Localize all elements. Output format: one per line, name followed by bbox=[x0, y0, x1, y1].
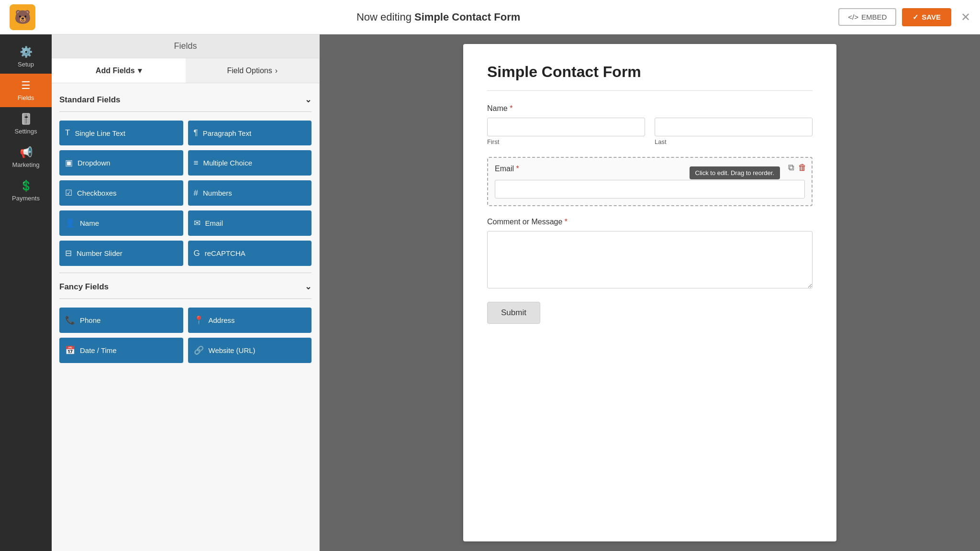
field-options-label: Field Options bbox=[227, 66, 272, 75]
field-btn-checkboxes[interactable]: ☑ Checkboxes bbox=[59, 180, 183, 206]
marketing-icon: 📢 bbox=[20, 146, 33, 159]
chevron-right-icon: › bbox=[275, 66, 278, 75]
main-layout: ⚙️ Setup ☰ Fields 🎚️ Settings 📢 Marketin… bbox=[0, 34, 980, 551]
fields-scroll[interactable]: Standard Fields ⌄ T Single Line Text ¶ P… bbox=[52, 83, 319, 551]
recaptcha-icon: G bbox=[194, 249, 200, 258]
email-field-wrapper[interactable]: Email * Click to edit. Drag to reorder. … bbox=[487, 157, 813, 206]
recaptcha-label: reCAPTCHA bbox=[205, 249, 245, 257]
single-line-label: Single Line Text bbox=[75, 129, 125, 137]
tab-field-options[interactable]: Field Options › bbox=[186, 58, 320, 83]
field-tooltip: Click to edit. Drag to reorder. bbox=[690, 166, 780, 179]
sidebar-item-payments[interactable]: 💲 Payments bbox=[0, 174, 52, 208]
name-field-label: Name * bbox=[487, 104, 813, 113]
sidebar-label-setup: Setup bbox=[18, 61, 34, 68]
form-title: Simple Contact Form bbox=[487, 63, 813, 81]
fancy-fields-grid: 📞 Phone 📍 Address 📅 Date / Time 🔗 Websit… bbox=[59, 308, 312, 363]
phone-label: Phone bbox=[80, 316, 100, 324]
form-field-email[interactable]: Email * Click to edit. Drag to reorder. … bbox=[487, 157, 813, 206]
first-name-input[interactable] bbox=[487, 118, 645, 136]
single-line-icon: T bbox=[65, 128, 70, 138]
delete-button[interactable]: 🗑 bbox=[798, 163, 807, 173]
settings-icon: 🎚️ bbox=[20, 113, 33, 125]
name-icon: 👤 bbox=[65, 218, 75, 228]
fancy-divider-bottom bbox=[59, 298, 312, 299]
fields-header-label: Fields bbox=[174, 41, 197, 51]
field-btn-phone[interactable]: 📞 Phone bbox=[59, 308, 183, 333]
sidebar-item-setup[interactable]: ⚙️ Setup bbox=[0, 40, 52, 74]
name-required-star: * bbox=[510, 104, 512, 112]
sidebar-item-fields[interactable]: ☰ Fields bbox=[0, 74, 52, 107]
standard-fields-grid: T Single Line Text ¶ Paragraph Text ▣ Dr… bbox=[59, 121, 312, 266]
form-field-message: Comment or Message * bbox=[487, 218, 813, 290]
checkboxes-label: Checkboxes bbox=[77, 189, 117, 197]
fields-icon: ☰ bbox=[21, 79, 31, 92]
save-button[interactable]: ✓ SAVE bbox=[902, 8, 951, 26]
sidebar-label-fields: Fields bbox=[18, 94, 34, 101]
editing-prefix: Now editing bbox=[356, 11, 414, 23]
standard-divider bbox=[59, 111, 312, 112]
website-icon: 🔗 bbox=[194, 345, 204, 355]
close-button[interactable]: ✕ bbox=[961, 11, 970, 24]
email-label: Email bbox=[205, 219, 223, 227]
phone-icon: 📞 bbox=[65, 315, 75, 325]
numbers-label: Numbers bbox=[203, 189, 232, 197]
embed-button[interactable]: </> EMBED bbox=[838, 8, 896, 26]
field-btn-email[interactable]: ✉ Email bbox=[188, 210, 312, 236]
message-textarea[interactable] bbox=[487, 231, 813, 288]
gear-icon: ⚙️ bbox=[20, 46, 33, 58]
website-label: Website (URL) bbox=[209, 346, 256, 354]
fields-panel: Fields Add Fields ▾ Field Options › Stan… bbox=[52, 34, 320, 551]
form-name: Simple Contact Form bbox=[414, 11, 520, 23]
topbar: 🐻 Now editing Simple Contact Form </> EM… bbox=[0, 0, 980, 34]
address-icon: 📍 bbox=[194, 315, 204, 325]
field-btn-name[interactable]: 👤 Name bbox=[59, 210, 183, 236]
field-btn-numbers[interactable]: # Numbers bbox=[188, 180, 312, 206]
checkboxes-icon: ☑ bbox=[65, 188, 72, 198]
field-btn-date-time[interactable]: 📅 Date / Time bbox=[59, 338, 183, 363]
collapse-icon: ⌄ bbox=[305, 95, 312, 105]
message-required-star: * bbox=[565, 218, 568, 226]
standard-fields-section: Standard Fields ⌄ bbox=[59, 95, 312, 105]
field-btn-paragraph-text[interactable]: ¶ Paragraph Text bbox=[188, 121, 312, 145]
tab-add-fields[interactable]: Add Fields ▾ bbox=[52, 58, 186, 83]
form-field-name: Name * First Last bbox=[487, 104, 813, 145]
multiple-choice-icon: ≡ bbox=[194, 158, 199, 168]
fields-tabs: Add Fields ▾ Field Options › bbox=[52, 58, 319, 83]
sidebar-label-payments: Payments bbox=[12, 195, 40, 202]
add-fields-label: Add Fields bbox=[96, 66, 135, 75]
field-btn-single-line-text[interactable]: T Single Line Text bbox=[59, 121, 183, 145]
checkmark-icon: ✓ bbox=[913, 13, 919, 22]
sidebar-item-marketing[interactable]: 📢 Marketing bbox=[0, 141, 52, 174]
last-name-sublabel: Last bbox=[655, 138, 813, 145]
fancy-collapse-icon: ⌄ bbox=[305, 282, 312, 292]
fancy-fields-label: Fancy Fields bbox=[59, 282, 109, 292]
email-required-star: * bbox=[516, 165, 519, 173]
name-inputs: First Last bbox=[487, 118, 813, 145]
fancy-fields-section: Fancy Fields ⌄ bbox=[59, 282, 312, 292]
first-name-sublabel: First bbox=[487, 138, 645, 145]
field-btn-number-slider[interactable]: ⊟ Number Slider bbox=[59, 241, 183, 266]
field-btn-multiple-choice[interactable]: ≡ Multiple Choice bbox=[188, 150, 312, 176]
form-title-divider bbox=[487, 90, 813, 91]
field-btn-dropdown[interactable]: ▣ Dropdown bbox=[59, 150, 183, 176]
duplicate-button[interactable]: ⧉ bbox=[788, 163, 794, 173]
last-name-input[interactable] bbox=[655, 118, 813, 136]
email-input[interactable] bbox=[495, 180, 805, 198]
sidebar-item-settings[interactable]: 🎚️ Settings bbox=[0, 107, 52, 141]
first-name-wrap: First bbox=[487, 118, 645, 145]
submit-button[interactable]: Submit bbox=[487, 302, 540, 324]
embed-label: EMBED bbox=[861, 13, 887, 21]
message-field-label: Comment or Message * bbox=[487, 218, 813, 226]
field-btn-address[interactable]: 📍 Address bbox=[188, 308, 312, 333]
fields-panel-header: Fields bbox=[52, 34, 319, 58]
standard-fields-label: Standard Fields bbox=[59, 95, 121, 105]
paragraph-label: Paragraph Text bbox=[203, 129, 251, 137]
field-btn-recaptcha[interactable]: G reCAPTCHA bbox=[188, 241, 312, 266]
email-field-actions: Click to edit. Drag to reorder. ⧉ 🗑 bbox=[788, 163, 807, 173]
email-icon: ✉ bbox=[194, 218, 200, 228]
date-icon: 📅 bbox=[65, 345, 75, 355]
form-preview: Simple Contact Form Name * First Last bbox=[320, 34, 980, 551]
field-btn-website[interactable]: 🔗 Website (URL) bbox=[188, 338, 312, 363]
date-label: Date / Time bbox=[80, 346, 117, 354]
chevron-down-icon: ▾ bbox=[138, 66, 142, 75]
